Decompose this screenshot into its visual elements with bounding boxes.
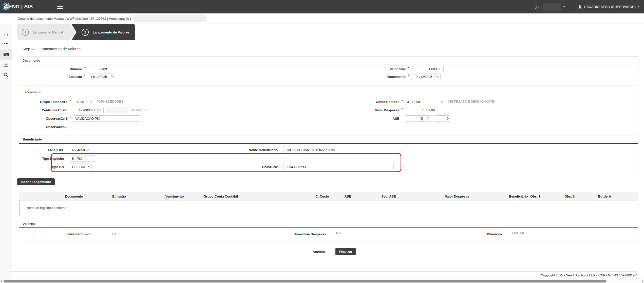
required-marker <box>67 100 73 104</box>
cnpj-cpf-input[interactable] <box>70 147 92 153</box>
sidebar-item-loading[interactable] <box>0 29 12 39</box>
grupo-financeiro-input[interactable] <box>73 99 88 105</box>
conta-contabil-input[interactable] <box>405 99 439 105</box>
redacted-context-value[interactable] <box>543 3 561 11</box>
tipo-pix-select[interactable]: CPF/CNPJ <box>70 164 91 170</box>
tipo-deposito-select-wrap: 5 - PIX <box>70 155 95 162</box>
vencimento-calendar-button[interactable] <box>434 74 441 80</box>
caret-down-icon[interactable]: ▾ <box>563 6 565 8</box>
col-obs-2: Obs. 2 <box>564 194 575 198</box>
sidebar-item-tasks[interactable] <box>0 39 12 49</box>
chave-pix-input[interactable] <box>283 164 394 170</box>
sidebar-item-relatorios[interactable] <box>0 60 12 70</box>
page-title: Step 2/2 :: Lançamento de Valores <box>22 47 81 51</box>
observacao1-label: Observação 1 <box>19 117 67 120</box>
redacted-centro-custo-description <box>106 107 128 113</box>
step-tab-lancamento-valores[interactable]: 2 Lançamento de Valores <box>71 24 135 40</box>
panel-legend: Lançamento <box>19 88 638 96</box>
app-window: SEND | SIS (1) - ▾ USUARIO SEND (SUPERVI… <box>0 0 644 283</box>
tipo-pix-label: Tipo Pix <box>19 165 64 169</box>
selected-text: 0 <box>421 117 423 120</box>
diferenca-value: 1.003,00 <box>512 231 524 235</box>
footer-divider <box>11 272 638 272</box>
panel-valores: Valores Valor Informado 1.003,00 Somatór… <box>19 220 638 241</box>
scrollbar-thumb[interactable] <box>4 280 607 282</box>
nome-beneficiario-label: Nome Beneficiário <box>233 148 278 152</box>
finalizar-button[interactable]: Finalizar <box>335 248 356 255</box>
inserir-lancamento-button[interactable]: Inserir Lançamento <box>17 178 55 185</box>
ase-input[interactable]: 0 <box>405 115 425 122</box>
valor-informado-label: Valor Informado <box>19 232 91 236</box>
chave-pix-label: Chave Pix <box>233 165 278 169</box>
breadcrumb: Detalhe do Lançamento Manual (WWFluLctDe… <box>18 17 131 21</box>
panel-legend: Beneficiário <box>19 135 638 144</box>
col-c-custo: C. Custo <box>315 194 329 198</box>
centro-custo-description: COMPRAS <box>131 108 147 112</box>
search-icon <box>4 73 8 77</box>
centro-custo-input[interactable] <box>73 107 98 113</box>
emissao-input[interactable] <box>88 74 109 80</box>
col-conta-contabil: Conta Contábil <box>215 194 238 198</box>
scroll-left-arrow-icon[interactable] <box>1 280 2 282</box>
sidebar-item-financeiro[interactable]: 0 <box>0 49 12 60</box>
observacao2-input[interactable] <box>73 124 140 130</box>
col-emissao: Emissão <box>112 194 126 198</box>
user-name: USUARIO SEND (SUPERVISOR) <box>584 5 636 9</box>
step-number: 1 <box>22 29 29 36</box>
numero-label: Número <box>19 67 82 71</box>
required-marker <box>399 108 405 112</box>
wizard-nav-buttons: Anterior Finalizar <box>309 248 356 255</box>
col-bordero: Borderô <box>598 194 611 198</box>
user-menu[interactable]: USUARIO SEND (SUPERVISOR) ▾ <box>578 5 639 9</box>
step-label: Lançamento de Valores <box>93 30 129 34</box>
tipo-deposito-select[interactable]: 5 - PIX <box>70 155 95 162</box>
numero-input[interactable] <box>88 66 109 72</box>
empty-message: Nenhum registro encontrado <box>27 206 68 210</box>
horizontal-scrollbar[interactable] <box>0 279 644 283</box>
required-marker <box>406 75 411 79</box>
ase-label: ASE <box>323 117 399 120</box>
centro-custo-search-button[interactable] <box>98 107 104 113</box>
scroll-right-arrow-icon[interactable] <box>642 280 643 282</box>
observacao1-input[interactable] <box>73 115 140 122</box>
grupo-financeiro-description: FORNECEDORES <box>97 100 123 103</box>
ase-seq-input[interactable] <box>434 115 451 122</box>
required-marker <box>406 67 411 71</box>
conta-contabil-label: Conta Contábil <box>323 100 399 104</box>
caret-down-icon: ▾ <box>638 6 639 8</box>
menu-icon[interactable] <box>57 4 63 10</box>
valor-total-input[interactable] <box>411 66 444 72</box>
valor-despesas-input[interactable] <box>405 107 437 113</box>
ase-search-button[interactable] <box>425 115 431 122</box>
calendar-icon <box>110 75 114 78</box>
anterior-button[interactable]: Anterior <box>309 248 329 255</box>
vencimento-input[interactable] <box>411 74 434 80</box>
search-icon <box>440 100 444 103</box>
conta-contabil-search-button[interactable] <box>439 99 445 105</box>
emissao-calendar-button[interactable] <box>109 74 115 80</box>
sidebar-item-pesquisa[interactable] <box>0 70 12 80</box>
send-logo[interactable] <box>2 2 10 10</box>
grupo-financeiro-search-button[interactable] <box>88 99 94 105</box>
step-tab-lancamento-manual[interactable]: 1 Lançamento Manual <box>17 24 75 40</box>
search-icon <box>426 117 430 120</box>
col-valor-despesas: Valor Despesas <box>445 194 469 198</box>
breadcrumb-bar: Detalhe do Lançamento Manual (WWFluLctDe… <box>0 13 644 24</box>
grid-header: Documento Emissão Vencimento Grupo Conta… <box>19 192 638 201</box>
conta-contabil-description: DESPESAS DE DESPACHANTE <box>447 100 494 103</box>
somatoria-despesas-value: 0,00 <box>336 231 342 235</box>
calendar-icon <box>436 75 439 78</box>
nome-beneficiario-input[interactable] <box>283 147 412 153</box>
vencimento-label: Vencimento <box>335 75 406 79</box>
svg-text:0: 0 <box>5 54 6 56</box>
step-number: 2 <box>82 29 89 36</box>
col-seq-ase: Seq. ASE <box>381 194 396 198</box>
panel-documento: Documento Número Valor total Emissão <box>19 56 638 85</box>
col-beneficiario: Beneficiário <box>509 194 528 198</box>
step-label: Lançamento Manual <box>33 30 63 34</box>
wizard-steps: 1 Lançamento Manual 2 Lançamento de Valo… <box>17 24 135 40</box>
top-bar: SEND | SIS (1) - ▾ USUARIO SEND (SUPERVI… <box>0 0 644 13</box>
redacted-breadcrumb-segment <box>133 15 206 22</box>
valor-despesas-label: Valor Despesas <box>323 108 399 112</box>
valor-total-label: Valor total <box>335 67 406 71</box>
